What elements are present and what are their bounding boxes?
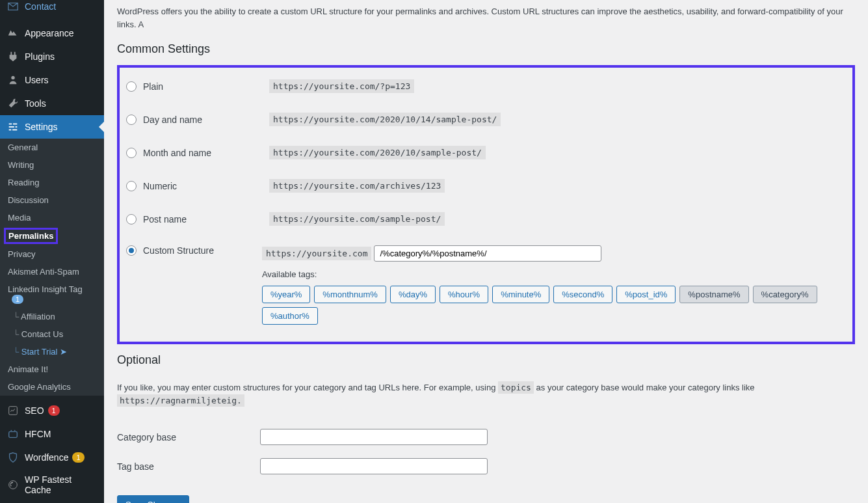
menu-label: WP Fastest Cache [25,474,99,495]
tag-second[interactable]: %second% [553,286,612,303]
menu-users[interactable]: Users [0,68,104,92]
tag-category[interactable]: %category% [753,286,817,303]
svg-rect-4 [16,126,18,128]
menu-wpfc[interactable]: WP Fastest Cache [0,469,104,500]
submenu-affiliation[interactable]: └ Affiliation [0,308,104,325]
users-icon [7,74,20,87]
menu-settings[interactable]: Settings [0,115,104,139]
radio-custom[interactable] [126,245,137,256]
option-plain-row: Plain https://yoursite.com/?p=123 [126,79,846,93]
tag-base-input[interactable] [260,458,488,474]
menu-plugins[interactable]: Plugins [0,45,104,68]
tag-base-row: Tag base [117,458,855,474]
radio-numeric[interactable] [126,181,137,191]
hfcm-icon [7,428,20,441]
submenu-contactus[interactable]: └ Contact Us [0,325,104,343]
tag-day[interactable]: %day% [390,286,436,303]
radio-plain[interactable] [126,81,137,92]
option-postname-row: Post name https://yoursite.com/sample-po… [126,212,846,226]
svg-rect-3 [9,126,14,128]
option-numeric-row: Numeric https://yoursite.com/archives/12… [126,179,846,193]
menu-hfcm[interactable]: HFCM [0,422,104,446]
custom-structure-block: https://yoursite.com Available tags: %ye… [262,245,846,325]
submenu-privacy[interactable]: Privacy [0,245,104,263]
admin-sidebar: Contact Appearance Plugins Users Tools S… [0,0,104,503]
option-monthname-row: Month and name https://yoursite.com/2020… [126,146,846,159]
menu-label: Contact [25,1,56,12]
tag-base-label: Tag base [117,461,260,472]
category-base-input[interactable] [260,429,488,445]
option-numeric[interactable]: Numeric [126,181,269,191]
custom-structure-input[interactable] [374,245,601,262]
plugins-icon [7,50,20,63]
option-postname[interactable]: Post name [126,214,269,224]
tag-postname[interactable]: %postname% [679,286,748,303]
radio-monthname[interactable] [126,148,137,158]
seo-badge: 1 [48,405,60,416]
menu-wordfence[interactable]: Wordfence 1 [0,446,104,469]
menu-label: HFCM [25,429,51,439]
submenu-writing[interactable]: Writing [0,156,104,174]
option-custom[interactable]: Custom Structure [126,245,262,256]
main-content: WordPress offers you the ability to crea… [104,0,868,503]
submenu-animateit[interactable]: Animate It! [0,360,104,378]
tag-year[interactable]: %year% [262,286,310,303]
menu-seo[interactable]: SEO 1 [0,399,104,422]
svg-rect-7 [9,407,18,415]
svg-rect-5 [9,129,12,131]
settings-icon [7,120,20,133]
submenu-discussion[interactable]: Discussion [0,191,104,209]
example-monthname: https://yoursite.com/2020/10/sample-post… [269,146,486,159]
svg-point-0 [11,76,14,79]
svg-rect-8 [9,432,18,438]
option-plain[interactable]: Plain [126,81,269,92]
menu-appearance[interactable]: Appearance [0,21,104,45]
permalink-intro: WordPress offers you the ability to crea… [117,0,855,40]
seo-icon [7,404,20,417]
custom-prefix: https://yoursite.com [262,247,372,260]
optional-heading: Optional [117,353,855,367]
tag-author[interactable]: %author% [262,307,318,325]
topics-code: topics [498,381,534,394]
option-monthname[interactable]: Month and name [126,148,269,158]
option-label: Numeric [143,181,177,191]
cache-icon [7,478,20,491]
category-base-row: Category base [117,429,855,445]
example-plain: https://yoursite.com/?p=123 [269,79,414,93]
example-postname: https://yoursite.com/sample-post/ [269,212,445,226]
linkedin-badge: 1 [12,295,23,304]
submenu-permalinks[interactable]: Permalinks [4,228,58,244]
menu-label: Users [25,75,49,85]
option-dayname[interactable]: Day and name [126,115,269,125]
svg-rect-2 [13,124,17,125]
radio-postname[interactable] [126,214,137,224]
radio-dayname[interactable] [126,115,137,125]
example-numeric: https://yoursite.com/archives/123 [269,179,445,193]
contact-icon [7,0,20,13]
option-label: Plain [143,81,163,92]
menu-label: Settings [25,122,58,132]
submenu-starttrial[interactable]: └ Start Trial ➤ [0,343,104,360]
option-custom-row: Custom Structure https://yoursite.com Av… [126,245,846,325]
option-label: Month and name [143,148,211,158]
menu-label: Appearance [25,28,74,38]
example-dayname: https://yoursite.com/2020/10/14/sample-p… [269,113,501,126]
common-settings-heading: Common Settings [117,42,855,56]
option-label: Custom Structure [143,245,214,256]
menu-contact[interactable]: Contact [0,0,104,18]
submenu-akismet[interactable]: Akismet Anti-Spam [0,263,104,280]
tag-hour[interactable]: %hour% [440,286,488,303]
submenu-media[interactable]: Media [0,209,104,226]
available-tags-label: Available tags: [262,269,846,279]
submenu-ga[interactable]: Google Analytics [0,378,104,396]
menu-tools[interactable]: Tools [0,92,104,115]
submenu-reading[interactable]: Reading [0,174,104,191]
tag-minute[interactable]: %minute% [492,286,549,303]
wordfence-badge: 1 [72,452,84,463]
tag-monthnum[interactable]: %monthnum% [314,286,386,303]
submenu-general[interactable]: General [0,139,104,156]
tag-post_id[interactable]: %post_id% [616,286,676,303]
save-button[interactable]: Save Changes [117,495,189,503]
appearance-icon [7,27,20,40]
submenu-linkedin[interactable]: Linkedin Insight Tag 1 [0,280,104,308]
